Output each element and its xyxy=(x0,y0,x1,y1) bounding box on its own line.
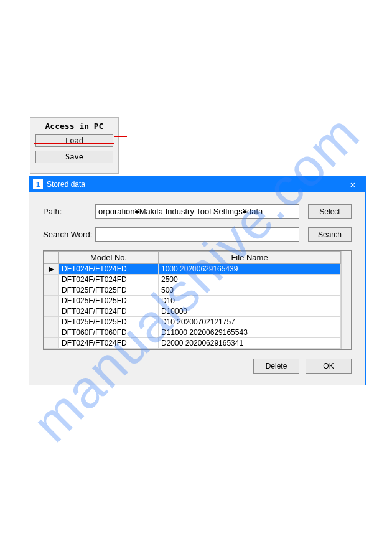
table-scrollbar[interactable] xyxy=(341,251,351,349)
dialog-titlebar: 1 Stored data × xyxy=(29,177,365,192)
data-table: Model No. File Name ▶DFT024F/FT024FD1000… xyxy=(44,251,341,349)
search-button[interactable]: Search xyxy=(308,227,352,242)
ok-button[interactable]: OK xyxy=(306,359,352,374)
search-input[interactable] xyxy=(95,227,299,242)
table-row[interactable]: DFT025F/FT025FDD10 20200702121757 xyxy=(44,317,341,327)
access-panel-title: Access in PC xyxy=(35,120,113,134)
header-file-name[interactable]: File Name xyxy=(159,252,341,264)
table-row[interactable]: ▶DFT024F/FT024FD1000 20200629165439 xyxy=(44,264,341,275)
cell-file-name: D10000 xyxy=(159,306,341,317)
row-marker xyxy=(44,285,59,296)
row-marker xyxy=(44,338,59,349)
header-model-no[interactable]: Model No. xyxy=(59,252,159,264)
cell-file-name: D10 xyxy=(159,296,341,306)
row-marker xyxy=(44,296,59,306)
cell-model-no: DFT025F/FT025FD xyxy=(59,285,159,296)
header-marker xyxy=(44,252,59,264)
table-header-row: Model No. File Name xyxy=(44,252,341,264)
close-button[interactable]: × xyxy=(340,177,365,192)
cell-file-name: D11000 20200629165543 xyxy=(159,327,341,338)
save-button[interactable]: Save xyxy=(35,151,113,163)
table-row[interactable]: DFT025F/FT025FDD10 xyxy=(44,296,341,306)
stored-data-dialog: 1 Stored data × Path: Select Search Word… xyxy=(29,176,366,385)
delete-button[interactable]: Delete xyxy=(253,359,299,374)
table-row[interactable]: DFT024F/FT024FD2500 xyxy=(44,275,341,285)
path-row: Path: Select xyxy=(43,204,352,219)
path-input[interactable] xyxy=(95,204,299,219)
load-button[interactable]: Load xyxy=(35,134,113,147)
cell-model-no: DFT024F/FT024FD xyxy=(59,306,159,317)
dialog-title: Stored data xyxy=(47,180,340,189)
table-row[interactable]: DFT025F/FT025FD500 xyxy=(44,285,341,296)
path-label: Path: xyxy=(43,207,95,216)
dialog-body: Path: Select Search Word: Search Model N… xyxy=(29,192,365,385)
row-marker xyxy=(44,317,59,327)
cell-file-name: 1000 20200629165439 xyxy=(159,264,341,275)
table-row[interactable]: DFT024F/FT024FDD10000 xyxy=(44,306,341,317)
select-button[interactable]: Select xyxy=(308,204,352,219)
row-marker xyxy=(44,306,59,317)
cell-model-no: DFT060F/FT060FD xyxy=(59,327,159,338)
search-row: Search Word: Search xyxy=(43,227,352,242)
cell-model-no: DFT025F/FT025FD xyxy=(59,296,159,306)
cell-file-name: 2500 xyxy=(159,275,341,285)
dialog-footer: Delete OK xyxy=(43,359,352,374)
table-row[interactable]: DFT060F/FT060FDD11000 20200629165543 xyxy=(44,327,341,338)
row-marker: ▶ xyxy=(44,264,59,275)
cell-model-no: DFT025F/FT025FD xyxy=(59,317,159,327)
row-marker xyxy=(44,327,59,338)
search-word-label: Search Word: xyxy=(43,230,95,239)
table-row[interactable]: DFT024F/FT024FDD2000 20200629165341 xyxy=(44,338,341,349)
access-in-pc-panel: Access in PC Load Save xyxy=(30,117,119,174)
table-body: ▶DFT024F/FT024FD1000 20200629165439DFT02… xyxy=(44,264,341,349)
cell-model-no: DFT024F/FT024FD xyxy=(59,338,159,349)
app-icon: 1 xyxy=(33,179,43,189)
row-marker xyxy=(44,275,59,285)
cell-model-no: DFT024F/FT024FD xyxy=(59,275,159,285)
cell-file-name: D10 20200702121757 xyxy=(159,317,341,327)
cell-file-name: 500 xyxy=(159,285,341,296)
data-table-container: Model No. File Name ▶DFT024F/FT024FD1000… xyxy=(43,250,352,350)
annotation-arrow xyxy=(114,136,127,137)
cell-file-name: D2000 20200629165341 xyxy=(159,338,341,349)
cell-model-no: DFT024F/FT024FD xyxy=(59,264,159,275)
